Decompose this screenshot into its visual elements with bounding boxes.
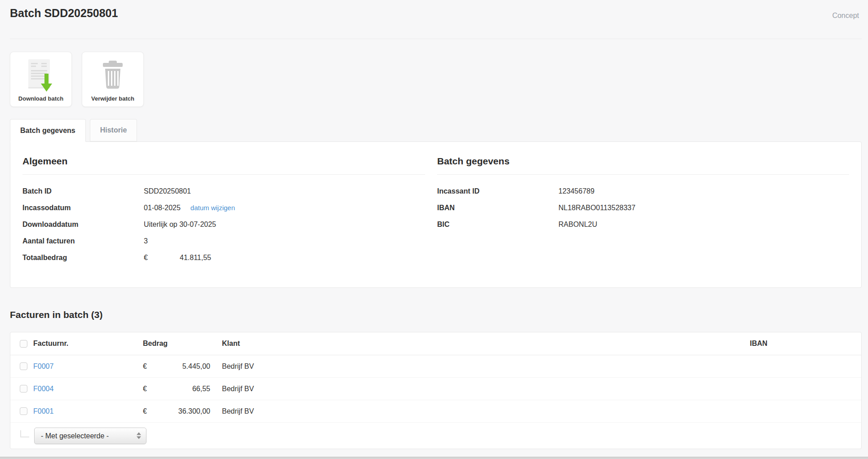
invoices-heading: Facturen in batch (3) [10, 309, 862, 320]
table-row: F0001 € 36.300,00 Bedrijf BV [10, 400, 861, 423]
field-value: NL18RABO0113528337 [558, 204, 635, 212]
page-header: Batch SDD20250801 Concept [10, 6, 862, 20]
batch-gegevens-heading: Batch gegevens [437, 155, 849, 167]
bottom-edge-bar [0, 457, 868, 459]
download-document-icon [25, 52, 57, 95]
header-divider [10, 39, 862, 39]
column-header-klant: Klant [210, 340, 746, 348]
field-label: Aantal facturen [22, 237, 144, 245]
field-value: Uiterlijk op 30-07-2025 [144, 221, 216, 229]
trash-icon [99, 52, 126, 95]
column-header-factuurnr: Factuurnr. [33, 340, 143, 348]
amount-value: 5.445,00 [182, 362, 210, 371]
amount-cell: € 36.300,00 [143, 407, 210, 415]
table-row: F0007 € 5.445,00 Bedrijf BV [10, 355, 861, 378]
row-checkbox[interactable] [20, 407, 27, 415]
select-all-checkbox[interactable] [20, 340, 27, 348]
field-value: RABONL2U [558, 221, 597, 229]
field-incassodatum: Incassodatum 01-08-2025 datum wijzigen [22, 204, 425, 214]
field-label: Totaalbedrag [22, 254, 144, 262]
customer-cell: Bedrijf BV [210, 362, 746, 371]
currency-symbol: € [144, 254, 148, 262]
with-selected-connector-icon [20, 430, 29, 437]
verwijder-batch-button[interactable]: Verwijder batch [82, 52, 144, 107]
invoice-link[interactable]: F0001 [33, 407, 53, 415]
bulk-action-select-wrap: - Met geselecteerde - [34, 428, 146, 444]
currency-symbol: € [143, 362, 147, 371]
field-value: 123456789 [558, 187, 594, 195]
amount-cell: € 66,55 [143, 385, 210, 393]
customer-cell: Bedrijf BV [210, 385, 746, 393]
field-label: Downloaddatum [22, 221, 144, 229]
amount-value: 41.811,55 [180, 254, 211, 262]
bulk-action-select[interactable]: - Met geselecteerde - [35, 428, 146, 444]
field-amount: € 41.811,55 [144, 254, 211, 262]
field-value: 3 [144, 237, 148, 245]
amount-value: 36.300,00 [178, 407, 210, 415]
invoice-link[interactable]: F0007 [33, 362, 53, 370]
field-incassant-id: Incassant ID 123456789 [437, 187, 849, 197]
customer-cell: Bedrijf BV [210, 407, 746, 415]
verwijder-batch-label: Verwijder batch [91, 95, 134, 102]
field-value: SDD20250801 [144, 187, 191, 195]
tab-bar: Batch gegevens Historie [10, 119, 862, 141]
section-batch-gegevens: Batch gegevens Incassant ID 123456789 IB… [437, 155, 849, 270]
algemeen-heading: Algemeen [22, 155, 425, 167]
column-header-iban: IBAN [746, 340, 852, 348]
field-label: IBAN [437, 204, 558, 212]
download-batch-label: Download batch [18, 95, 63, 102]
field-downloaddatum: Downloaddatum Uiterlijk op 30-07-2025 [22, 221, 425, 230]
field-batch-id: Batch ID SDD20250801 [22, 187, 425, 197]
tab-historie[interactable]: Historie [90, 119, 137, 141]
field-label: BIC [437, 221, 558, 229]
field-aantal-facturen: Aantal facturen 3 [22, 237, 425, 247]
tab-batch-gegevens-label: Batch gegevens [20, 127, 75, 135]
download-batch-button[interactable]: Download batch [10, 52, 72, 107]
row-checkbox[interactable] [20, 362, 27, 370]
amount-value: 66,55 [192, 385, 210, 393]
column-header-bedrag: Bedrag [143, 340, 168, 348]
table-footer: - Met geselecteerde - [10, 423, 861, 449]
currency-symbol: € [143, 407, 147, 415]
field-totaalbedrag: Totaalbedrag € 41.811,55 [22, 254, 425, 264]
field-label: Incassodatum [22, 204, 144, 212]
currency-symbol: € [143, 385, 147, 393]
row-checkbox[interactable] [20, 385, 27, 393]
action-toolbar: Download batch Verwijder batch [10, 52, 862, 107]
status-badge: Concept [832, 6, 862, 20]
tab-historie-label: Historie [100, 126, 127, 134]
datum-wijzigen-link[interactable]: datum wijzigen [190, 204, 235, 212]
page: Batch SDD20250801 Concept [0, 0, 868, 449]
invoices-table: Factuurnr. Bedrag Klant IBAN F0007 € 5.4… [10, 332, 862, 449]
field-label: Batch ID [22, 187, 144, 195]
field-label: Incassant ID [437, 187, 558, 195]
batch-details-panel: Algemeen Batch ID SDD20250801 Incassodat… [10, 141, 862, 288]
invoice-link[interactable]: F0004 [33, 385, 53, 393]
page-title: Batch SDD20250801 [10, 6, 118, 20]
table-row: F0004 € 66,55 Bedrijf BV [10, 378, 861, 400]
section-rule [437, 174, 849, 175]
table-header-row: Factuurnr. Bedrag Klant IBAN [10, 332, 861, 355]
section-rule [22, 174, 425, 175]
section-algemeen: Algemeen Batch ID SDD20250801 Incassodat… [22, 155, 425, 270]
amount-cell: € 5.445,00 [143, 362, 210, 371]
tab-batch-gegevens[interactable]: Batch gegevens [10, 119, 86, 142]
field-bic: BIC RABONL2U [437, 221, 849, 230]
field-iban: IBAN NL18RABO0113528337 [437, 204, 849, 214]
field-value: 01-08-2025 [144, 204, 181, 212]
